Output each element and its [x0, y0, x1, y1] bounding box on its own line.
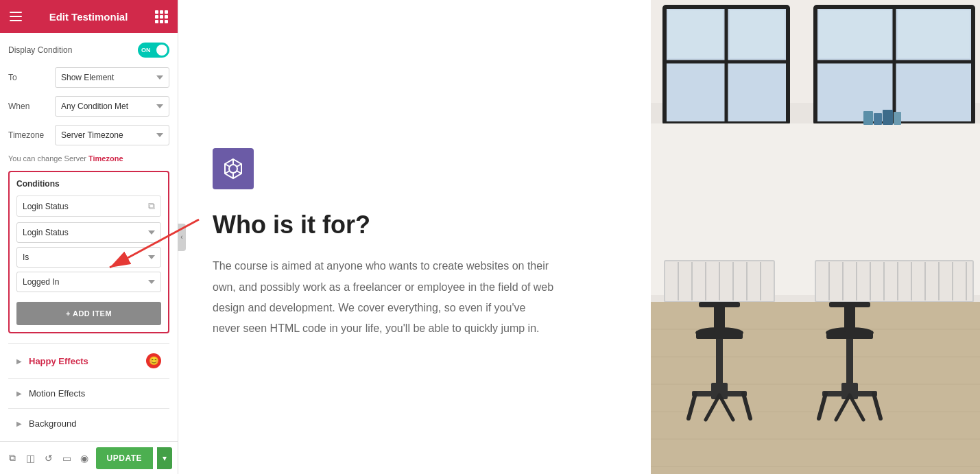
svg-rect-15: [730, 10, 785, 58]
copy-icon[interactable]: ⧉: [148, 200, 155, 212]
svg-rect-31: [815, 261, 973, 302]
timezone-note: You can change Server Timezone: [8, 154, 169, 164]
svg-rect-43: [863, 111, 873, 125]
collapse-handle[interactable]: ‹: [178, 224, 186, 251]
main-content: Who is it for? The course is aimed at an…: [178, 0, 980, 474]
stack-icon[interactable]: ◫: [23, 449, 37, 468]
widget-icon-box: [213, 148, 254, 189]
svg-rect-20: [819, 10, 891, 58]
conditions-box: Conditions Login Status ⧉ Login Status D…: [8, 171, 169, 333]
motion-effects-section: ▶ Motion Effects: [8, 378, 169, 408]
svg-rect-14: [668, 10, 723, 58]
svg-rect-46: [894, 112, 901, 125]
happy-effects-header[interactable]: ▶ Happy Effects 😊: [8, 344, 169, 378]
apps-icon[interactable]: [155, 10, 168, 23]
conditions-title: Conditions: [16, 179, 161, 189]
condition-subfields: Login Status Day of Week Date Time User …: [16, 222, 161, 296]
hamburger-icon[interactable]: [10, 12, 22, 21]
section-body: The course is aimed at anyone who wants …: [213, 256, 555, 340]
svg-rect-47: [651, 302, 980, 474]
svg-line-7: [237, 171, 241, 174]
update-button[interactable]: UPDATE: [96, 447, 153, 469]
display-condition-toggle[interactable]: ON: [138, 43, 169, 58]
svg-line-5: [225, 171, 230, 174]
condition-item-label: Login Status: [23, 202, 69, 211]
eye-icon[interactable]: ◉: [77, 449, 91, 468]
panel-header: Edit Testimonial: [0, 0, 178, 33]
display-condition-row: Display Condition ON: [8, 43, 169, 58]
background-section: ▶ Background: [8, 408, 169, 438]
timezone-select[interactable]: Server Timezone User Timezone: [55, 125, 169, 145]
toggle-on-label: ON: [141, 47, 151, 54]
condition-operator-select[interactable]: Is Is Not: [16, 247, 161, 268]
panel-title: Edit Testimonial: [49, 11, 128, 23]
background-label: Background: [29, 418, 76, 429]
happy-effects-arrow-icon: ▶: [16, 357, 22, 365]
section-title: Who is it for?: [213, 210, 617, 239]
background-arrow-icon: ▶: [16, 420, 22, 427]
room-illustration: [651, 0, 980, 474]
add-item-button[interactable]: + ADD ITEM: [16, 302, 161, 325]
motion-effects-arrow-icon: ▶: [16, 390, 22, 397]
image-section: [651, 0, 980, 474]
happy-effects-section: ▶ Happy Effects 😊: [8, 343, 169, 378]
svg-line-4: [237, 164, 241, 167]
svg-rect-75: [844, 302, 855, 332]
timezone-label: Timezone: [8, 130, 55, 140]
bottom-toolbar: ⧉ ◫ ↺ ▭ ◉ UPDATE ▾: [0, 441, 178, 474]
when-label: When: [8, 102, 55, 111]
svg-point-1: [229, 165, 237, 173]
condition-value-select[interactable]: Logged In Logged Out: [16, 272, 161, 292]
svg-rect-44: [874, 113, 882, 125]
when-row: When Any Condition Met All Conditions Me…: [8, 96, 169, 117]
when-select[interactable]: Any Condition Met All Conditions Met: [55, 96, 169, 117]
svg-rect-64: [714, 302, 725, 332]
toggle-knob: [156, 45, 167, 56]
history-icon[interactable]: ↺: [42, 449, 56, 468]
to-label: To: [8, 73, 55, 82]
layers-icon[interactable]: ⧉: [5, 449, 19, 468]
svg-rect-45: [883, 110, 893, 125]
update-dropdown-button[interactable]: ▾: [157, 447, 172, 469]
background-header[interactable]: ▶ Background: [8, 409, 169, 438]
to-row: To Show Element Hide Element: [8, 67, 169, 88]
svg-rect-21: [898, 10, 970, 58]
timezone-link[interactable]: Timezone: [88, 154, 123, 163]
left-panel: Edit Testimonial Display Condition ON To…: [0, 0, 178, 474]
motion-effects-header[interactable]: ▶ Motion Effects: [8, 379, 169, 408]
device-icon[interactable]: ▭: [60, 449, 73, 468]
condition-type-select[interactable]: Login Status Day of Week Date Time User …: [16, 222, 161, 243]
happy-effects-label: Happy Effects: [29, 356, 88, 366]
timezone-row: Timezone Server Timezone User Timezone: [8, 125, 169, 145]
happy-effects-icon: 😊: [146, 353, 161, 368]
display-condition-label: Display Condition: [8, 45, 72, 55]
text-section: Who is it for? The course is aimed at an…: [178, 0, 651, 474]
panel-content: Display Condition ON To Show Element Hid…: [0, 33, 178, 441]
content-area: Who is it for? The course is aimed at an…: [178, 0, 980, 474]
motion-effects-label: Motion Effects: [29, 388, 85, 399]
to-select[interactable]: Show Element Hide Element: [55, 67, 169, 88]
svg-line-6: [225, 164, 230, 167]
condition-item-header: Login Status ⧉: [16, 195, 161, 217]
